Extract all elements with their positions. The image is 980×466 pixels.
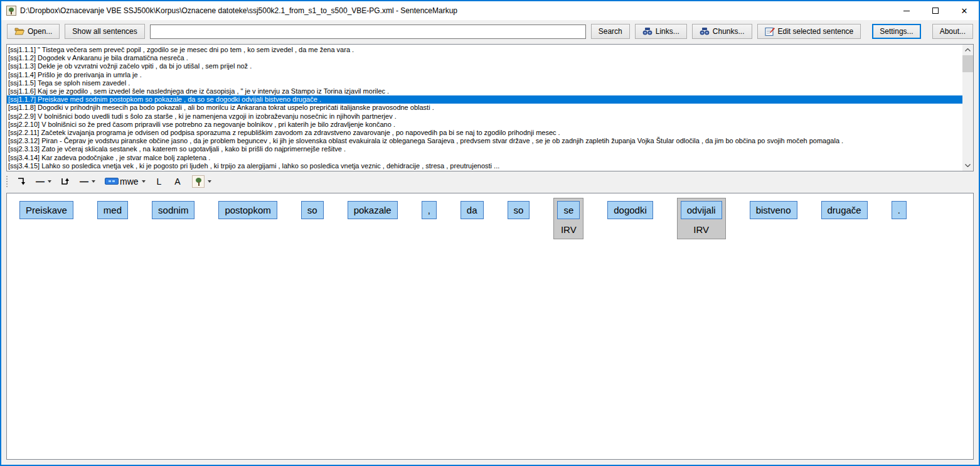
open-button[interactable]: Open... [7, 24, 60, 39]
token-tag-container[interactable]: odvijaliIRV [677, 198, 726, 239]
title-bar: D:\Dropbox\Oznacevanje VBE SSJ500k\Korpu… [1, 1, 979, 20]
token-row: Preiskavemedsodnimpostopkomsopokazale,da… [19, 198, 973, 239]
minimize-button[interactable] [892, 1, 921, 20]
mwe-dropdown-button[interactable]: mwe [103, 175, 147, 188]
chunks-button-label: Chunks... [713, 27, 745, 36]
chunks-button[interactable]: Chunks... [692, 24, 752, 39]
tree-icon [192, 175, 205, 188]
binoculars-icon [700, 27, 710, 36]
links-button-label: Links... [656, 27, 679, 36]
chevron-up-icon [965, 48, 971, 51]
sentence-row[interactable]: [ssj1.1.1] " Tistega večera sem preveč p… [7, 46, 962, 54]
search-input[interactable] [150, 24, 586, 39]
link-up-button[interactable] [59, 175, 72, 187]
sentence-row[interactable]: [ssj3.4.14] Kar zadeva podočnjake , je s… [7, 154, 962, 162]
dropdown-arrow-icon [48, 180, 51, 183]
scroll-up-button[interactable] [962, 45, 973, 55]
sentence-row[interactable]: [ssj1.1.5] Tega se sploh nisem zavedel . [7, 79, 962, 87]
corner-up-arrow-icon [61, 176, 70, 186]
sentence-row[interactable]: [ssj2.2.11] Začetek izvajanja programa j… [7, 129, 962, 137]
token-word-box[interactable]: se [557, 201, 580, 219]
token-word-box[interactable]: bistveno [750, 201, 797, 219]
sentence-row[interactable]: [ssj2.3.12] Piran - Čeprav je vodstvu pi… [7, 137, 962, 145]
corner-down-arrow-icon [17, 176, 26, 186]
about-button[interactable]: About... [932, 24, 973, 39]
sentence-row[interactable]: [ssj2.3.13] Zato je včeraj sklicala sest… [7, 145, 962, 153]
token-word-box[interactable]: sodnim [152, 201, 194, 219]
sentence-row[interactable]: [ssj1.1.4] Prišlo je do prerivanja in um… [7, 71, 962, 79]
app-window: D:\Dropbox\Oznacevanje VBE SSJ500k\Korpu… [0, 0, 980, 466]
minimize-icon [903, 11, 910, 11]
window-title: D:\Dropbox\Oznacevanje VBE SSJ500k\Korpu… [20, 6, 892, 15]
attribute-button[interactable]: A [171, 175, 184, 188]
link-down-button[interactable] [15, 175, 28, 187]
edit-selected-sentence-button[interactable]: Edit selected sentence [757, 24, 861, 39]
token-tag-label: IRV [693, 224, 709, 235]
edit-selected-sentence-label: Edit selected sentence [778, 27, 854, 36]
link-up-line-style-dropdown[interactable]: — [78, 175, 97, 188]
lemma-button-label: L [157, 176, 162, 187]
links-button[interactable]: Links... [635, 24, 687, 39]
edit-sentence-icon [765, 27, 775, 36]
binoculars-icon [642, 27, 652, 36]
markup-toolbar: — — mwe L A [1, 171, 979, 191]
token-word-box[interactable]: , [422, 201, 437, 219]
show-all-sentences-button[interactable]: Show all sentences [65, 24, 144, 39]
sentence-row[interactable]: [ssj1.1.6] Kaj se je zgodilo , sem izved… [7, 87, 962, 95]
search-button[interactable]: Search [591, 24, 630, 39]
token-word-box[interactable]: drugače [821, 201, 868, 219]
settings-button[interactable]: Settings... [872, 24, 920, 39]
vertical-scrollbar[interactable] [962, 45, 973, 171]
scrollbar-thumb[interactable] [962, 55, 973, 72]
open-button-label: Open... [28, 27, 52, 36]
token-word-box[interactable]: odvijali [681, 201, 722, 219]
sentence-row[interactable]: [ssj1.1.2] Dogodek v Ankaranu je bila dr… [7, 54, 962, 62]
token-word-box[interactable]: pokazale [348, 201, 398, 219]
main-toolbar: Open... Show all sentences Search Links.… [1, 20, 979, 43]
maximize-icon [932, 8, 939, 14]
token-word-box[interactable]: . [892, 201, 907, 219]
close-button[interactable]: ✕ [950, 1, 979, 20]
dropdown-arrow-icon [208, 180, 211, 183]
line-style-glyph: — [36, 176, 45, 187]
token-word-box[interactable]: postopkom [218, 201, 277, 219]
link-down-line-style-dropdown[interactable]: — [34, 175, 53, 188]
scroll-down-button[interactable] [962, 160, 973, 171]
chevron-down-icon [965, 164, 971, 167]
dropdown-arrow-icon [92, 180, 95, 183]
about-button-label: About... [940, 27, 966, 36]
settings-button-label: Settings... [880, 27, 913, 36]
token-word-box[interactable]: dogodki [607, 201, 653, 219]
open-folder-icon [14, 27, 24, 36]
search-button-label: Search [599, 27, 622, 36]
sentence-row[interactable]: [ssj1.1.3] Dekle je ob vzvratni vožnji z… [7, 62, 962, 70]
show-all-sentences-label: Show all sentences [72, 27, 137, 36]
sentence-row-selected[interactable]: [ssj1.1.7] Preiskave med sodnim postopko… [7, 95, 962, 104]
sentence-row[interactable]: [ssj2.2.10] V bolnišnici so že pred časo… [7, 121, 962, 129]
app-icon [6, 6, 16, 16]
lemma-button[interactable]: L [153, 175, 166, 188]
sentence-markup-panel: Preiskavemedsodnimpostopkomsopokazale,da… [6, 193, 974, 460]
toolbar-grip[interactable] [6, 176, 8, 187]
dropdown-arrow-icon [142, 180, 146, 183]
token-word-box[interactable]: med [97, 201, 128, 219]
line-style-glyph: — [80, 176, 88, 187]
sentence-row[interactable]: [ssj1.1.8] Dogodki v prihodnjih mesecih … [7, 104, 962, 112]
token-word-box[interactable]: so [508, 201, 530, 219]
sentence-list-content: [ssj1.1.1] " Tistega večera sem preveč p… [7, 45, 962, 171]
token-word-box[interactable]: so [301, 201, 324, 219]
token-tag-label: IRV [561, 224, 577, 235]
mwe-chunk-icon [105, 178, 119, 185]
mwe-label: mwe [120, 176, 139, 187]
token-word-box[interactable]: da [461, 201, 484, 219]
attribute-button-label: A [174, 176, 180, 187]
sentence-row[interactable]: [ssj3.4.15] Lahko so posledica vnetja ve… [7, 162, 962, 170]
sentence-row[interactable]: [ssj2.2.9] V bolnišnici bodo uvedli tudi… [7, 112, 962, 121]
close-icon: ✕ [961, 7, 968, 15]
token-tag-container[interactable]: seIRV [553, 198, 583, 239]
tree-view-dropdown-button[interactable] [190, 174, 213, 189]
maximize-button[interactable] [921, 1, 950, 20]
sentence-list: [ssj1.1.1] " Tistega večera sem preveč p… [6, 44, 974, 171]
token-word-box[interactable]: Preiskave [19, 201, 73, 219]
